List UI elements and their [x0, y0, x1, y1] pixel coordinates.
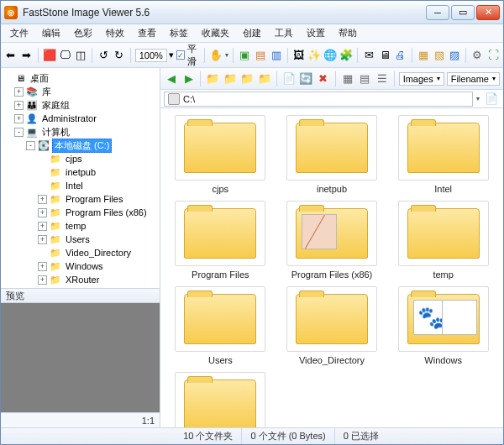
tool-3-icon[interactable]: ▥ [270, 47, 283, 64]
back-button[interactable]: ⬅ [4, 47, 18, 64]
tree-node[interactable]: +📁Program Files [3, 192, 158, 206]
rotate-left-icon[interactable]: ↺ [97, 47, 110, 64]
path-input[interactable]: C:\ [164, 92, 473, 107]
folder-item[interactable]: cjps [167, 115, 274, 194]
hand-dropdown-icon[interactable]: ▾ [225, 51, 228, 59]
expand-icon[interactable]: + [14, 101, 24, 110]
tree-node[interactable]: +📚库 [3, 85, 158, 98]
tool-2-icon[interactable]: ▤ [254, 47, 267, 64]
folder-red-icon[interactable]: 📁 [223, 71, 238, 87]
menu-item[interactable]: 收藏夹 [196, 25, 235, 41]
folder-green-icon[interactable]: 📁 [240, 71, 255, 87]
tree-node[interactable]: +👪家庭组 [3, 98, 158, 112]
expand-icon[interactable]: + [14, 114, 24, 123]
folder-item[interactable]: Users [167, 286, 274, 365]
tool-1-icon[interactable]: ▣ [238, 47, 251, 64]
tree-node[interactable]: +📁XRouter [3, 273, 158, 286]
expand-icon[interactable]: + [14, 87, 24, 97]
folder-thumbnail [398, 115, 489, 181]
menu-item[interactable]: 设置 [301, 25, 331, 41]
expand-icon[interactable]: + [38, 235, 47, 244]
collapse-icon[interactable]: - [14, 128, 24, 137]
menu-item[interactable]: 特效 [100, 25, 130, 41]
view-2-icon[interactable]: ▧ [433, 47, 446, 64]
sort-mode-dropdown[interactable]: Filename▾ [447, 72, 500, 86]
view-3-icon[interactable]: ▨ [448, 47, 461, 64]
expand-icon[interactable]: + [38, 208, 47, 217]
maximize-button[interactable]: ▭ [451, 5, 475, 20]
collapse-icon[interactable]: - [26, 141, 35, 150]
menu-item[interactable]: 工具 [269, 25, 299, 41]
refresh-icon[interactable]: 🔄 [298, 71, 313, 87]
tree-node[interactable]: -💻计算机 [3, 125, 158, 139]
fullscreen-icon[interactable]: ⛶ [486, 47, 500, 64]
minimize-button[interactable]: ─ [426, 5, 449, 20]
expand-icon[interactable]: + [38, 262, 47, 271]
stamp-icon[interactable]: 🟥 [43, 47, 56, 64]
menu-item[interactable]: 创建 [237, 25, 267, 41]
tree-node[interactable]: +📁Windows [3, 259, 158, 273]
menu-item[interactable]: 查看 [132, 25, 162, 41]
preview-pane[interactable] [1, 303, 160, 412]
menu-item[interactable]: 标签 [164, 25, 194, 41]
thumbnail-grid[interactable]: cjpsinetpubIntelProgram FilesProgram Fil… [160, 108, 503, 427]
expand-icon[interactable]: + [38, 275, 47, 285]
expand-icon[interactable]: + [38, 222, 47, 231]
tree-node[interactable]: 📁cjps [3, 152, 158, 165]
path-dropdown-icon[interactable]: ▾ [476, 95, 480, 102]
node-label: inetpub [64, 167, 97, 177]
path-action-icon[interactable]: 📄 [483, 91, 500, 107]
folder-item[interactable]: inetpub [279, 115, 386, 194]
zoom-value[interactable]: 100% [135, 49, 167, 62]
list-icon[interactable]: ☰ [375, 71, 390, 87]
nav-back-icon[interactable]: ◀ [164, 71, 179, 87]
action-1-icon[interactable]: 📄 [281, 71, 297, 87]
slideshow-icon[interactable]: 🖵 [59, 47, 72, 64]
menu-item[interactable]: 色彩 [68, 25, 98, 41]
wallpaper-icon[interactable]: 🖥 [378, 47, 391, 64]
tree-node[interactable]: 📁inetpub [3, 165, 158, 179]
folder-tree[interactable]: 🖥桌面+📚库+👪家庭组+👤Administrator-💻计算机-💽本地磁盘 (C… [1, 68, 160, 288]
effect-3-icon[interactable]: 🌐 [323, 47, 337, 64]
folder-item[interactable]: Program Files [167, 201, 274, 280]
folder-item[interactable]: Program Files (x86) [279, 201, 386, 280]
print-icon[interactable]: 🖨 [394, 47, 407, 64]
tree-node[interactable]: -💽本地磁盘 (C:) [3, 139, 158, 152]
zoom-dropdown-icon[interactable]: ▾ [169, 50, 174, 60]
smooth-checkbox[interactable]: ✓ 平滑 [176, 43, 201, 68]
thumb-large-icon[interactable]: ▦ [340, 71, 355, 87]
folder-item[interactable]: temp [390, 201, 496, 280]
tree-node[interactable]: +📁Program Files (x86) [3, 206, 158, 219]
view-mode-dropdown[interactable]: Images▾ [399, 72, 444, 86]
hand-icon[interactable]: ✋ [209, 47, 223, 64]
compare-icon[interactable]: ◫ [74, 47, 87, 64]
close-button[interactable]: ✕ [476, 5, 500, 20]
tree-node[interactable]: 📁Video_Directory [3, 246, 158, 259]
tree-node[interactable]: +📁temp [3, 219, 158, 233]
effect-1-icon[interactable]: 🖼 [292, 47, 306, 64]
forward-button[interactable]: ➡ [20, 47, 34, 64]
effect-2-icon[interactable]: ✨ [307, 47, 321, 64]
view-1-icon[interactable]: ▦ [417, 47, 430, 64]
rotate-right-icon[interactable]: ↻ [113, 47, 126, 64]
tree-node[interactable]: 📁Intel [3, 179, 158, 192]
menu-item[interactable]: 帮助 [333, 25, 363, 41]
email-icon[interactable]: ✉ [362, 47, 375, 64]
folder-item[interactable]: Video_Directory [279, 286, 386, 365]
expand-icon[interactable]: + [38, 195, 47, 204]
effect-4-icon[interactable]: 🧩 [339, 47, 353, 64]
delete-icon[interactable]: ✖ [316, 71, 331, 87]
folder-blue-icon[interactable]: 📁 [257, 71, 272, 87]
settings-icon[interactable]: ⚙ [470, 47, 484, 64]
folder-item[interactable]: Intel [390, 115, 496, 194]
nav-fwd-icon[interactable]: ▶ [181, 71, 197, 87]
tree-node[interactable]: +👤Administrator [3, 112, 158, 125]
tree-node[interactable]: +📁Users [3, 233, 158, 246]
thumb-small-icon[interactable]: ▤ [357, 71, 372, 87]
folder-yellow-icon[interactable]: 📁 [205, 71, 220, 87]
menu-item[interactable]: 编辑 [36, 25, 66, 41]
menu-item[interactable]: 文件 [4, 25, 34, 41]
folder-item[interactable]: XRouter [167, 372, 274, 427]
tree-node[interactable]: 🖥桌面 [3, 71, 158, 85]
folder-item[interactable]: 🐾Windows [390, 286, 496, 365]
